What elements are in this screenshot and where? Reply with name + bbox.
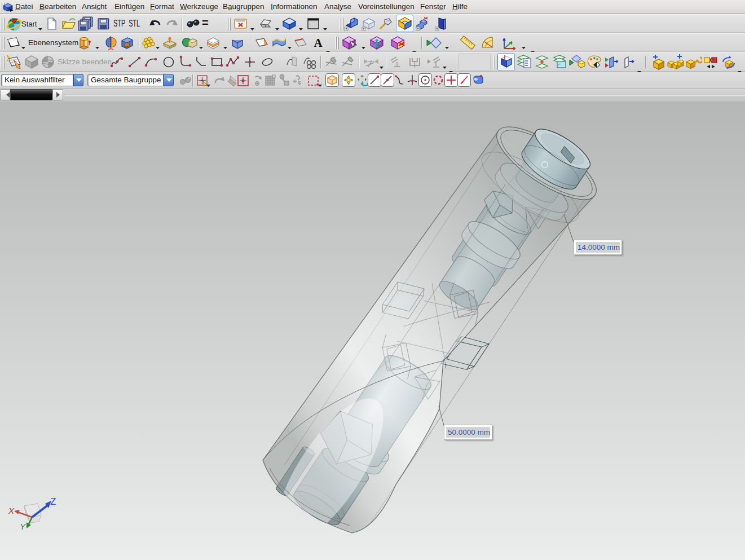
svg-text:A: A bbox=[314, 36, 323, 50]
svg-text:Z: Z bbox=[50, 496, 56, 507]
svg-text:X: X bbox=[8, 506, 15, 515]
svg-text:Y: Y bbox=[20, 522, 26, 531]
